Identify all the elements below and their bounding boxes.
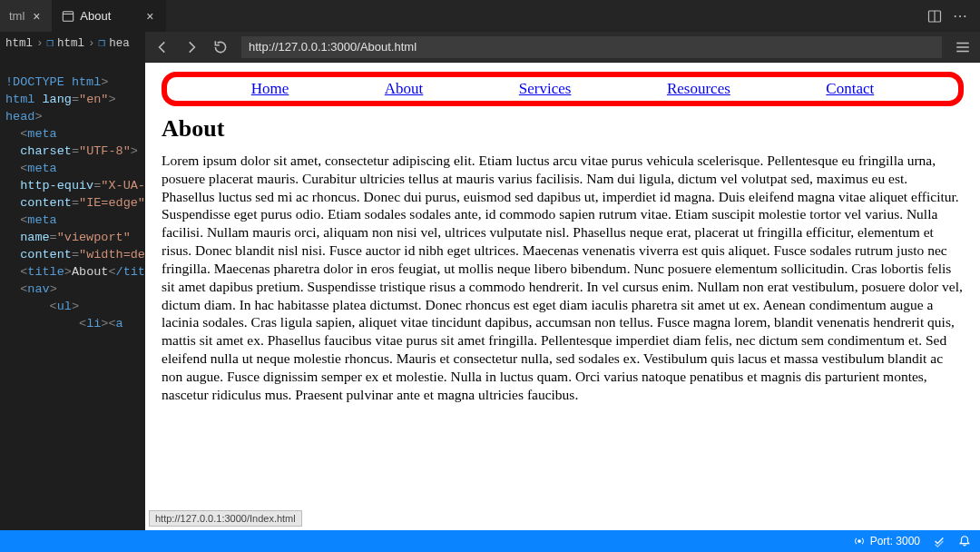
code-editor[interactable]: html › ❒ html › ❒ hea !DOCTYPE html> htm…	[0, 32, 145, 530]
nav-link-services[interactable]: Services	[519, 80, 572, 98]
nav-box-highlight: Home About Services Resources Contact	[162, 72, 964, 106]
chevron-right-icon: ›	[88, 35, 95, 53]
code-body[interactable]: !DOCTYPE html> html lang="en"> head> <me…	[0, 56, 145, 350]
tab-strip: tml × About × ⋯	[0, 0, 980, 32]
split-editor-icon[interactable]	[927, 9, 942, 24]
check-icon	[933, 535, 946, 547]
page-body-text: Lorem ipsum dolor sit amet, consectetur …	[162, 152, 964, 404]
address-bar[interactable]	[241, 36, 942, 58]
hamburger-icon[interactable]	[955, 39, 971, 55]
preview-icon	[62, 10, 74, 23]
broadcast-icon	[853, 535, 866, 547]
chevron-right-icon: ›	[36, 35, 44, 53]
more-icon[interactable]: ⋯	[953, 9, 967, 24]
breadcrumb[interactable]: html › ❒ html › ❒ hea	[0, 32, 145, 56]
port-label: Port: 3000	[870, 535, 920, 547]
editor-tab-left-label: tml	[9, 9, 24, 23]
reload-icon[interactable]	[212, 39, 229, 55]
editor-tab-preview-label: About	[80, 9, 111, 23]
nav-link-home[interactable]: Home	[251, 80, 289, 98]
close-icon[interactable]: ×	[30, 10, 43, 23]
editor-tab-left[interactable]: tml ×	[0, 0, 53, 32]
svg-rect-0	[64, 11, 74, 21]
cube-icon: ❒	[99, 35, 106, 53]
browser-preview: Home About Services Resources Contact Ab…	[145, 32, 980, 530]
broadcast-status[interactable]: Port: 3000	[853, 535, 920, 547]
hover-url-tooltip: http://127.0.0.1:3000/Index.html	[149, 510, 302, 527]
breadcrumb-item[interactable]: html	[57, 35, 84, 53]
svg-point-7	[858, 540, 860, 543]
back-icon[interactable]	[154, 39, 171, 55]
nav-link-contact[interactable]: Contact	[826, 80, 874, 98]
breadcrumb-item[interactable]: html	[5, 35, 33, 53]
status-bar: Port: 3000	[0, 530, 980, 552]
notifications[interactable]	[958, 535, 971, 547]
cube-icon: ❒	[47, 35, 54, 53]
breadcrumb-item[interactable]: hea	[109, 35, 130, 53]
bell-icon	[958, 535, 971, 547]
editor-actions: ⋯	[915, 0, 980, 32]
nav-link-resources[interactable]: Resources	[667, 80, 730, 98]
forward-icon[interactable]	[183, 39, 200, 55]
editor-tab-preview[interactable]: About ×	[53, 0, 166, 32]
preview-toolbar	[145, 32, 980, 63]
rendered-page: Home About Services Resources Contact Ab…	[145, 63, 980, 530]
close-icon[interactable]: ×	[143, 10, 156, 23]
prettier-status[interactable]	[933, 535, 946, 547]
nav-link-about[interactable]: About	[385, 80, 424, 98]
page-title: About	[162, 115, 964, 143]
